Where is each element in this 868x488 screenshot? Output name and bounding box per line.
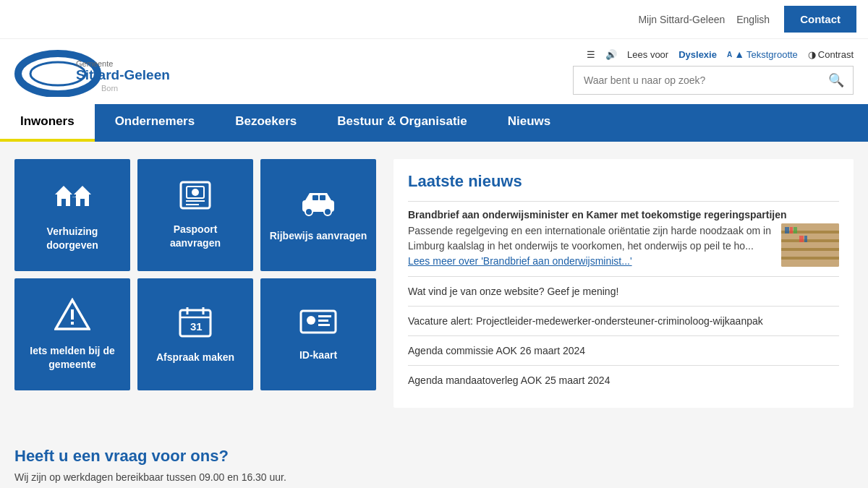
lees-voor-btn[interactable]: Lees voor <box>627 49 668 60</box>
main-nav: Inwoners Ondernemers Bezoekers Bestuur &… <box>0 104 868 142</box>
tekstgrootte-btn[interactable]: A ▲ Tekstgrootte <box>727 48 798 60</box>
tile-rijbewijs[interactable]: Rijbewijs aanvragen <box>260 159 376 271</box>
english-link[interactable]: English <box>736 14 770 25</box>
tile-verhuizing-label: Verhuizingdoorgeven <box>46 225 98 251</box>
contrast-btn[interactable]: ◑ Contrast <box>808 49 854 60</box>
svg-rect-38 <box>781 239 839 242</box>
svg-rect-42 <box>790 227 793 234</box>
svg-rect-22 <box>320 195 326 200</box>
idcard-icon <box>299 307 337 341</box>
calendar-icon: 31 <box>177 304 213 343</box>
news-link-4[interactable]: Agenda mandaatoverleg AOK 25 maart 2024 <box>408 365 839 395</box>
news-link-3[interactable]: Agenda commissie AOK 26 maart 2024 <box>408 335 839 365</box>
tile-idkaart[interactable]: ID-kaart <box>260 278 376 390</box>
bottom-section: Heeft u een vraag voor ons? Wij zijn op … <box>0 425 868 488</box>
svg-text:31: 31 <box>190 320 203 333</box>
contact-button[interactable]: Contact <box>784 6 856 33</box>
svg-rect-35 <box>318 324 330 326</box>
svg-point-32 <box>307 316 315 325</box>
svg-rect-40 <box>781 257 839 260</box>
news-link-1[interactable]: Wat vind je van onze website? Geef je me… <box>408 276 839 306</box>
nav-inwoners[interactable]: Inwoners <box>0 104 95 142</box>
news-main-title: Brandbrief aan onderwijsminister en Kame… <box>408 209 839 221</box>
svg-rect-43 <box>793 227 797 234</box>
svg-rect-41 <box>785 227 789 234</box>
svg-rect-45 <box>804 236 807 242</box>
nav-nieuws[interactable]: Nieuws <box>488 104 571 142</box>
bottom-title: Heeft u een vraag voor ons? <box>14 447 854 466</box>
news-panel: Laatste nieuws Brandbrief aan onderwijsm… <box>393 159 854 408</box>
svg-rect-21 <box>312 195 318 200</box>
tile-idkaart-label: ID-kaart <box>299 348 337 361</box>
tile-rijbewijs-label: Rijbewijs aanvragen <box>270 229 367 242</box>
header-right: ☰ 🔊 Lees voor Dyslexie A ▲ Tekstgrootte … <box>573 48 854 95</box>
bottom-text: Wij zijn op werkdagen bereikbaar tussen … <box>14 471 854 483</box>
news-panel-title: Laatste nieuws <box>408 172 839 191</box>
svg-text:Born: Born <box>101 84 118 93</box>
header: Gemeente Sittard-Geleen Born ☰ 🔊 Lees vo… <box>0 39 868 104</box>
top-bar: Mijn Sittard-Geleen English Contact <box>0 0 868 39</box>
nav-bestuur[interactable]: Bestuur & Organisatie <box>317 104 488 142</box>
svg-rect-44 <box>799 236 804 242</box>
logo: Gemeente Sittard-Geleen Born <box>14 46 174 97</box>
svg-rect-39 <box>781 248 839 251</box>
news-main-thumb <box>781 223 839 267</box>
svg-text:Sittard-Geleen: Sittard-Geleen <box>76 67 170 82</box>
tile-paspoort[interactable]: Paspoortaanvragen <box>137 159 253 271</box>
nav-bezoekers[interactable]: Bezoekers <box>215 104 317 142</box>
svg-rect-34 <box>318 320 328 322</box>
dyslexie-btn[interactable]: Dyslexie <box>678 49 717 60</box>
tile-melden-label: Iets melden bij degemeente <box>30 344 114 370</box>
nav-ondernemers[interactable]: Ondernemers <box>95 104 216 142</box>
svg-rect-24 <box>71 309 74 320</box>
main-content: → Verhuizingdoorgeven Paspoort <box>0 142 868 425</box>
passport-icon <box>177 181 213 215</box>
accessibility-bar: ☰ 🔊 Lees voor Dyslexie A ▲ Tekstgrootte … <box>587 48 854 60</box>
news-main-text: Passende regelgeving en een internationa… <box>408 223 774 269</box>
news-item-main: Brandbrief aan onderwijsminister en Kame… <box>408 201 839 276</box>
warning-icon <box>54 298 90 337</box>
search-input[interactable] <box>574 69 820 92</box>
svg-point-14 <box>192 189 199 196</box>
search-button[interactable]: 🔍 <box>820 67 853 94</box>
speaker-icon[interactable]: 🔊 <box>605 49 617 60</box>
mijn-link[interactable]: Mijn Sittard-Geleen <box>638 14 725 25</box>
logo-area: Gemeente Sittard-Geleen Born <box>14 46 174 97</box>
car-icon <box>298 187 339 222</box>
tiles-grid: → Verhuizingdoorgeven Paspoort <box>14 159 376 390</box>
svg-rect-33 <box>318 315 331 317</box>
news-link-2[interactable]: Vacature alert: Projectleider-medewerker… <box>408 306 839 335</box>
news-main-link[interactable]: Lees meer over 'Brandbrief aan onderwijs… <box>408 255 632 267</box>
svg-point-20 <box>324 208 331 215</box>
top-bar-links: Mijn Sittard-Geleen English <box>638 14 770 25</box>
svg-marker-9 <box>74 186 91 194</box>
svg-rect-25 <box>71 322 74 325</box>
tile-verhuizing[interactable]: → Verhuizingdoorgeven <box>14 159 130 271</box>
svg-rect-11 <box>80 199 85 206</box>
hamburger-icon[interactable]: ☰ <box>587 49 595 60</box>
search-bar: 🔍 <box>573 66 854 95</box>
tile-melden[interactable]: Iets melden bij degemeente <box>14 278 130 390</box>
svg-rect-7 <box>61 199 66 206</box>
svg-point-19 <box>305 208 312 215</box>
svg-marker-5 <box>55 186 72 194</box>
tile-afspraak[interactable]: 31 Afspraak maken <box>137 278 253 390</box>
house-move-icon: → <box>52 179 93 218</box>
tile-paspoort-label: Paspoortaanvragen <box>170 223 221 249</box>
news-main-body: Passende regelgeving en een internationa… <box>408 223 839 269</box>
tile-afspraak-label: Afspraak maken <box>156 351 234 364</box>
